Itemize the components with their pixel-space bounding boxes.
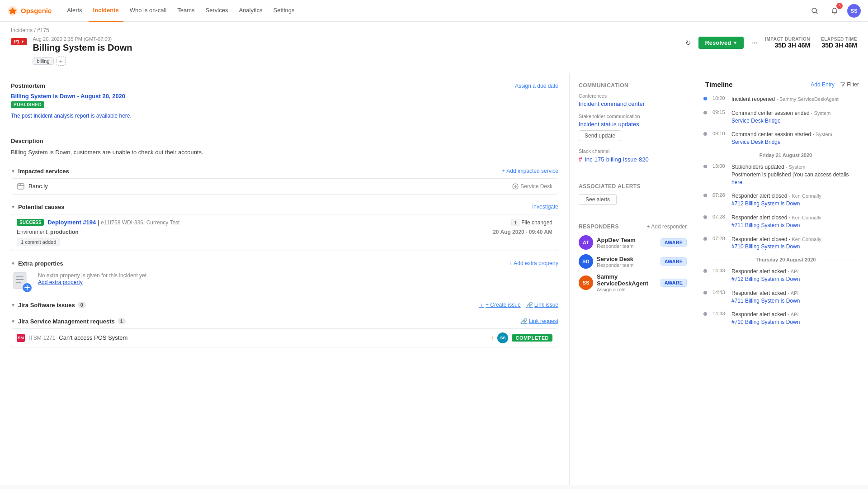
incident-status-updates-link[interactable]: Incident status updates [579, 121, 639, 128]
incident-title: Billing System is Down [33, 43, 678, 53]
timeline-dot-5 [703, 194, 707, 197]
cause-env: Environment: production 20 Aug 2020 · 09… [17, 229, 552, 235]
nav-alerts[interactable]: Alerts [62, 0, 86, 22]
extra-prop-icon [11, 271, 33, 292]
resolve-label: Resolved [705, 39, 731, 46]
date-divider-fri: Friday 21 August 2020 [712, 152, 859, 158]
timeline-dot-2 [703, 111, 707, 114]
tl-link-711-2[interactable]: #711 Billing System is Down [731, 298, 800, 304]
tl-link-710-2[interactable]: #710 Billing System is Down [731, 319, 800, 325]
add-tag-button[interactable]: + [57, 57, 66, 66]
nav-settings[interactable]: Settings [269, 0, 299, 22]
left-panel: Postmortem Assign a due date Billing Sys… [0, 73, 570, 485]
actor-5: Ken Connally [792, 193, 821, 199]
cause-separator: | [98, 219, 101, 226]
nav-teams[interactable]: Teams [173, 0, 199, 22]
deployment-link[interactable]: Deployment #194 [47, 219, 96, 226]
divider-comm [579, 174, 687, 174]
timeline-content-9: Responder alert acked · API #711 Billing… [731, 290, 859, 305]
create-issue-link[interactable]: ＋ + Create issue [479, 301, 521, 309]
timeline-dot-8 [703, 269, 707, 273]
notification-bell[interactable]: 3 [827, 4, 842, 18]
add-impacted-service-link[interactable]: + Add impacted service [502, 168, 558, 174]
filter-button[interactable]: Filter [840, 81, 859, 88]
timeline-time-7: 07:28 [712, 236, 727, 251]
jira-issues-header[interactable]: ▼ Jira Software issues 0 ＋ + Create issu… [11, 301, 558, 309]
responders-header: RESPONDERS + Add responder [579, 223, 687, 230]
postmortem-section: Postmortem Assign a due date Billing Sys… [11, 82, 558, 119]
timeline-time-10: 14:43 [712, 311, 727, 326]
add-extra-property-link[interactable]: Add extra property [38, 279, 83, 285]
tl-link-sdb-1[interactable]: Service Desk Bridge [731, 118, 781, 124]
potential-causes-label: Potential causes [18, 204, 65, 210]
tl-link-712-2[interactable]: #712 Billing System is Down [731, 276, 800, 282]
investigate-link[interactable]: Investigate [532, 204, 558, 210]
breadcrumb-incidents[interactable]: Incidents [11, 27, 33, 33]
user-avatar[interactable]: SS [847, 4, 861, 18]
jira-requests-collapse-icon: ▼ [11, 319, 15, 324]
nav-analytics[interactable]: Analytics [234, 0, 267, 22]
tl-link-here[interactable]: here. [731, 179, 744, 185]
nav-incidents[interactable]: Incidents [89, 0, 123, 22]
jira-requests-header[interactable]: ▼ Jira Service Management requests 1 🔗 L… [11, 318, 558, 325]
link-request-label: Link request [529, 318, 558, 324]
file-changed-info: 1 File changed [511, 219, 552, 226]
filter-icon [840, 82, 845, 87]
postmortem-subtext[interactable]: The post-incident analysis report is ava… [11, 113, 558, 119]
responder-servicedesk-role: Responder team [597, 262, 633, 268]
timeline-item-7: 07:28 Responder alert closed · Ken Conna… [712, 236, 859, 251]
add-entry-button[interactable]: Add Entry [811, 81, 835, 88]
send-update-button[interactable]: Send update [579, 130, 621, 141]
nav-who-is-on-call[interactable]: Who is on-call [125, 0, 171, 22]
responder-sammy-avatar: SS [579, 275, 593, 290]
impacted-services-header[interactable]: ▼ Impacted services + Add impacted servi… [11, 168, 558, 175]
incident-command-center-link[interactable]: Incident command center [579, 100, 645, 107]
jira-issues-count: 0 [78, 302, 86, 308]
add-responder-button[interactable]: + Add responder [647, 223, 687, 230]
nav-services[interactable]: Services [201, 0, 233, 22]
jira-issues-title: ▼ Jira Software issues 0 [11, 302, 86, 309]
tl-link-sdb-2[interactable]: Service Desk Bridge [731, 139, 781, 145]
potential-causes-header[interactable]: ▼ Potential causes Investigate [11, 204, 558, 210]
impacted-services-title: ▼ Impacted services [11, 168, 69, 175]
cause-header: SUCCESS Deployment #194 | e11f768 WDI-33… [17, 219, 552, 226]
responder-servicedesk-info: SD Service Desk Responder team [579, 254, 633, 269]
refresh-button[interactable]: ↻ [684, 37, 693, 49]
extra-prop-content: No extra property is given for this inci… [38, 271, 148, 285]
extra-properties-header[interactable]: ▼ Extra properties + Add extra property [11, 260, 558, 267]
tag-billing[interactable]: billing [33, 57, 53, 65]
timeline-content-1: Incident reopened · Sammy ServiceDeskAge… [731, 95, 859, 103]
search-icon[interactable] [807, 4, 822, 18]
responder-sammy: SS Sammy ServiceDeskAgent Assign a role … [579, 273, 687, 292]
priority-chevron: ▼ [20, 39, 24, 44]
service-name: Banc.ly [17, 182, 48, 190]
add-extra-property-header-link[interactable]: + Add extra property [509, 260, 558, 266]
more-options-button[interactable]: ··· [749, 36, 760, 49]
svg-line-2 [816, 12, 817, 14]
tl-link-711-1[interactable]: #711 Billing System is Down [731, 222, 800, 228]
actor-10: API [791, 312, 799, 317]
logo[interactable]: Opsgenie [7, 5, 52, 16]
timeline-content-8: Responder alert acked · API #712 Billing… [731, 268, 859, 283]
priority-up-icon: ↑ [491, 334, 494, 342]
link-issue-link[interactable]: 🔗 Link issue [526, 302, 558, 308]
postmortem-link[interactable]: Billing System is Down - August 20, 2020 [11, 93, 125, 100]
responders-section: RESPONDERS + Add responder AT AppDev Tea… [579, 223, 687, 292]
responder-sammy-role: Assign a role [597, 287, 660, 292]
priority-badge[interactable]: P1 ▼ [11, 38, 27, 45]
tl-link-710-1[interactable]: #710 Billing System is Down [731, 243, 800, 250]
resolve-button[interactable]: Resolved ▼ [698, 37, 744, 49]
see-alerts-button[interactable]: See alerts [579, 194, 617, 205]
slack-channel-link[interactable]: inc-175-billing-issue-820 [585, 156, 649, 163]
description-header: Description [11, 138, 558, 144]
timeline-dot-9 [703, 291, 707, 294]
description-text: Billing System is Down, customers are un… [11, 148, 558, 157]
timeline-time-2: 09:15 [712, 109, 727, 125]
create-issue-label: + Create issue [486, 302, 521, 308]
stakeholder-label: Stakeholder communication [579, 114, 687, 119]
link-request-link[interactable]: 🔗 Link request [521, 318, 558, 324]
timeline-content-10: Responder alert acked · API #710 Billing… [731, 311, 859, 326]
tl-link-712-1[interactable]: #712 Billing System is Down [731, 200, 800, 207]
timeline-item-9: 14:43 Responder alert acked · API #711 B… [712, 290, 859, 305]
assign-due-date-link[interactable]: Assign a due date [515, 83, 558, 89]
